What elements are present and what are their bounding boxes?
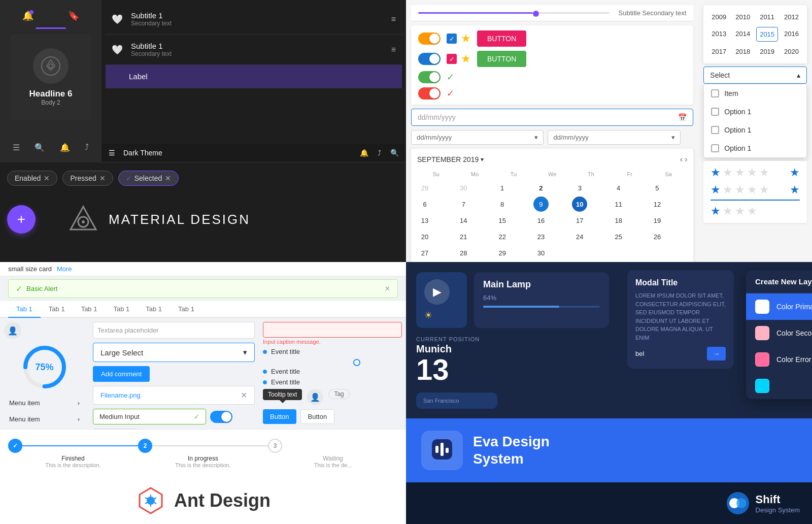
star-empty[interactable]: ★ [723, 183, 733, 196]
star-empty[interactable]: ★ [747, 183, 757, 196]
cal-day[interactable]: 16 [533, 213, 549, 228]
option-checkbox[interactable] [711, 108, 719, 116]
more-link[interactable]: More [57, 265, 72, 273]
menu-item[interactable]: Menu item › [4, 411, 85, 428]
cal-day[interactable]: 23 [533, 229, 549, 244]
toggle-green[interactable] [418, 71, 441, 83]
play-button[interactable]: ▶ [424, 279, 450, 305]
year-item[interactable]: 2018 [732, 45, 753, 58]
tab-3[interactable]: Tab 1 [73, 301, 106, 318]
year-item[interactable]: 2016 [781, 27, 802, 42]
layer-option-secondary[interactable]: Color Secondary [746, 320, 812, 346]
cal-day[interactable]: 14 [456, 213, 471, 228]
star-empty[interactable]: ★ [759, 183, 769, 196]
chip-selected[interactable]: ✓ Selected ✕ [118, 171, 179, 186]
year-item[interactable]: 2011 [756, 10, 778, 24]
star-empty[interactable]: ★ [735, 205, 745, 218]
calendar-icon[interactable]: 📅 [678, 113, 687, 121]
next-month-btn[interactable]: › [685, 155, 687, 164]
year-item[interactable]: 2019 [756, 45, 778, 58]
medium-input[interactable]: Medium Input ✓ [93, 409, 206, 424]
tab-5[interactable]: Tab 1 [138, 301, 170, 318]
slider-handle[interactable] [533, 11, 539, 17]
cal-day[interactable]: 1 [495, 180, 510, 195]
close-icon[interactable]: ✕ [241, 390, 247, 400]
list-item[interactable]: 🤍 Subtitle 1 Secondary text ≡ [106, 35, 402, 65]
year-item[interactable]: 2010 [732, 10, 753, 24]
cal-day[interactable]: 15 [495, 213, 510, 228]
checkbox-pink[interactable]: ✓ [447, 54, 457, 64]
select-option-item[interactable]: Item [704, 84, 806, 103]
cal-day[interactable]: 19 [650, 213, 665, 228]
cal-day[interactable]: 13 [417, 213, 432, 228]
option-checkbox[interactable] [711, 144, 719, 152]
cal-day[interactable]: 20 [417, 229, 432, 244]
tab-2[interactable]: Tab 1 [41, 301, 73, 318]
date-input-main[interactable]: dd/mm/yyyy 📅 [411, 109, 693, 126]
cal-day[interactable]: 28 [456, 245, 471, 260]
star-blue-accent[interactable]: ★ [790, 166, 800, 179]
cal-day[interactable]: 18 [611, 213, 626, 228]
cal-day[interactable]: 24 [572, 229, 587, 244]
cal-day[interactable]: 29 [417, 180, 432, 195]
cal-day[interactable]: 3 [572, 180, 587, 195]
chip-close[interactable]: ✕ [165, 174, 171, 182]
star-selected[interactable]: ★ [710, 205, 721, 218]
button-primary[interactable]: Button [263, 409, 296, 424]
cal-day[interactable]: 7 [456, 196, 471, 212]
cal-day[interactable]: 25 [611, 229, 626, 244]
checkbox-blue[interactable]: ✓ [447, 34, 457, 44]
textarea[interactable]: Textarea placeholder [93, 322, 255, 339]
button-green[interactable]: BUTTON [477, 51, 526, 67]
chip-enabled[interactable]: Enabled ✕ [7, 171, 57, 186]
star-blue[interactable]: ★ [710, 166, 721, 179]
toggle-red[interactable] [418, 87, 441, 100]
date-input-to[interactable]: dd/mm/yyyy ▾ [548, 130, 680, 145]
select-box[interactable]: Select ▴ [703, 67, 807, 84]
cal-day[interactable]: 21 [456, 229, 471, 244]
layer-option-teal[interactable] [746, 373, 812, 399]
list-item-highlighted[interactable]: Label [106, 65, 402, 88]
chip-close[interactable]: ✕ [99, 174, 106, 182]
chevron-down-icon[interactable]: ▾ [671, 134, 675, 141]
year-item[interactable]: 2009 [708, 10, 729, 24]
star-empty[interactable]: ★ [747, 205, 757, 218]
year-item[interactable]: 2014 [732, 27, 753, 42]
list-item[interactable]: 🤍 Subtitle 1 Secondary text ≡ [106, 4, 402, 35]
modal-arrow-btn[interactable]: → [707, 347, 726, 361]
cal-day[interactable]: 2 [533, 180, 549, 195]
bell-btn[interactable]: 🔔 [360, 149, 368, 157]
cal-day[interactable]: 22 [495, 229, 510, 244]
chevron-down-icon[interactable]: ▾ [534, 134, 538, 141]
item-menu-icon[interactable]: ≡ [391, 15, 396, 24]
chevron-down-icon[interactable]: ▾ [481, 156, 484, 163]
layer-option-primary[interactable]: Color Primary ✓ [746, 293, 812, 320]
button-outline[interactable]: Button [300, 409, 335, 424]
cal-day[interactable]: 8 [495, 196, 510, 212]
menu-btn[interactable]: ☰ [109, 149, 115, 157]
cal-day[interactable]: 6 [417, 196, 432, 212]
star-empty[interactable]: ★ [723, 166, 733, 179]
option-checkbox[interactable] [711, 89, 719, 97]
tab-4[interactable]: Tab 1 [105, 301, 138, 318]
star-empty[interactable]: ★ [735, 166, 745, 179]
search-btn[interactable]: 🔍 [390, 149, 399, 157]
cal-day[interactable]: 12 [650, 196, 665, 212]
cal-day[interactable]: 26 [650, 229, 665, 244]
select-option-3[interactable]: Option 1 [704, 139, 806, 157]
cal-day[interactable]: 30 [533, 245, 549, 260]
toggle-orange[interactable] [418, 32, 441, 45]
year-item-selected[interactable]: 2015 [756, 27, 778, 42]
menu-icon[interactable]: ☰ [13, 143, 20, 152]
cal-day[interactable]: 4 [611, 180, 626, 195]
year-item[interactable]: 2012 [781, 10, 802, 24]
share-icon[interactable]: ⤴ [85, 143, 89, 152]
option-checkbox[interactable] [711, 126, 719, 134]
item-menu-icon[interactable]: ≡ [391, 45, 396, 54]
year-item[interactable]: 2013 [708, 27, 729, 42]
fab-button[interactable]: + [7, 205, 36, 234]
cal-day-today[interactable]: 9 [533, 196, 549, 212]
select-option-2[interactable]: Option 1 [704, 121, 806, 139]
alert-close-btn[interactable]: ✕ [385, 285, 390, 292]
cal-day[interactable]: 27 [417, 245, 432, 260]
